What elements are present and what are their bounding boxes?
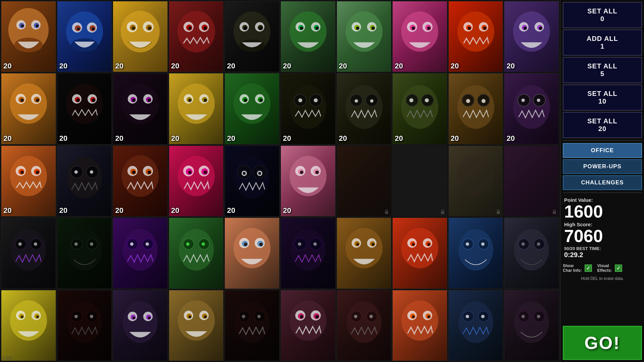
char-cell-12[interactable]: 20 (57, 73, 112, 144)
char-cell-11[interactable]: 20 (1, 73, 56, 144)
char-cell-28[interactable] (392, 145, 447, 217)
char-cell-18[interactable]: 20 (392, 73, 447, 144)
char-cell-24[interactable]: 20 (169, 145, 224, 217)
char-face-18 (393, 73, 447, 144)
challenges-label: CHALLENGES (581, 179, 624, 186)
office-tab-label: OFFICE (591, 147, 614, 154)
char-cell-8[interactable]: 20 (392, 1, 447, 72)
svg-point-288 (481, 315, 485, 318)
char-face-20 (504, 73, 559, 144)
svg-point-59 (457, 11, 494, 52)
svg-point-138 (20, 171, 24, 174)
set-all-5-button[interactable]: SET ALL 5 (563, 57, 642, 83)
set-all-20-button[interactable]: SET ALL 20 (563, 112, 642, 138)
svg-point-188 (123, 229, 158, 270)
char-cell-4[interactable]: 20 (169, 1, 224, 72)
char-cell-9[interactable]: 20 (448, 1, 503, 72)
char-number-5: 20 (227, 62, 235, 70)
char-cell-36[interactable] (281, 218, 336, 289)
svg-point-117 (370, 100, 373, 103)
char-cell-46[interactable] (281, 290, 336, 361)
char-cell-32[interactable] (57, 218, 112, 289)
char-cell-6[interactable]: 20 (281, 1, 336, 72)
office-tab-button[interactable]: OFFICE (563, 143, 642, 158)
svg-point-5 (21, 24, 24, 27)
char-cell-42[interactable] (57, 290, 112, 361)
char-cell-25[interactable]: 20 (225, 145, 280, 217)
char-cell-13[interactable]: 20 (113, 73, 168, 144)
svg-point-223 (428, 243, 430, 246)
char-face-15 (225, 73, 279, 144)
char-face-44 (169, 290, 224, 361)
char-number-11: 20 (3, 134, 11, 143)
char-cell-35[interactable] (225, 218, 280, 289)
char-cell-20[interactable]: 20 (504, 73, 559, 144)
svg-point-205 (291, 229, 326, 270)
char-cell-29[interactable] (448, 145, 503, 217)
char-cell-2[interactable]: 20 (57, 1, 112, 72)
char-cell-38[interactable] (392, 218, 447, 289)
char-number-13: 20 (115, 134, 123, 143)
main-layout: 20 20 (0, 0, 644, 362)
char-cell-16[interactable]: 20 (281, 73, 336, 144)
char-cell-27[interactable] (337, 145, 392, 217)
char-cell-39[interactable] (448, 218, 503, 289)
char-number-12: 20 (59, 134, 67, 143)
svg-point-21 (132, 26, 135, 30)
char-cell-33[interactable] (113, 218, 168, 289)
set-all-10-button[interactable]: SET ALL 10 (563, 84, 642, 111)
svg-point-264 (257, 315, 261, 318)
add-all-1-button[interactable]: ADD ALL 1 (563, 29, 642, 56)
char-cell-30[interactable] (504, 145, 559, 217)
svg-point-13 (77, 27, 80, 30)
svg-point-203 (244, 243, 247, 246)
char-cell-40[interactable] (504, 218, 559, 289)
char-cell-45[interactable] (225, 290, 280, 361)
char-cell-19[interactable]: 20 (448, 73, 503, 144)
char-cell-21[interactable]: 20 (1, 145, 56, 217)
char-face-39 (449, 218, 503, 288)
char-cell-3[interactable]: 20 (113, 1, 168, 72)
char-cell-44[interactable] (169, 290, 224, 361)
char-cell-17[interactable]: 20 (337, 73, 392, 144)
svg-point-239 (21, 315, 23, 318)
set-all-0-button[interactable]: SET ALL 0 (563, 2, 642, 28)
char-face-35 (225, 218, 279, 288)
char-cell-7[interactable]: 20 (337, 1, 392, 72)
show-char-info-checkbox[interactable] (585, 264, 592, 272)
char-cell-49[interactable] (448, 290, 503, 361)
svg-point-276 (369, 315, 373, 318)
go-button[interactable]: GO! (563, 326, 642, 360)
svg-point-43 (300, 26, 303, 30)
char-cell-41[interactable] (1, 290, 56, 361)
char-cell-10[interactable]: 20 (504, 1, 559, 72)
visual-effects-checkbox[interactable] (615, 264, 622, 272)
char-cell-1[interactable]: 20 (1, 1, 56, 72)
char-face-16 (281, 73, 335, 144)
char-cell-22[interactable]: 20 (57, 145, 112, 217)
char-cell-43[interactable] (113, 290, 168, 361)
char-cell-48[interactable] (392, 290, 447, 361)
best-time-value: 0:29.2 (564, 251, 641, 259)
char-cell-31[interactable] (1, 218, 56, 289)
challenges-button[interactable]: CHALLENGES (563, 175, 642, 190)
svg-point-44 (315, 26, 319, 30)
char-cell-23[interactable]: 20 (113, 145, 168, 217)
char-number-6: 20 (283, 62, 291, 70)
char-cell-26[interactable]: 20 (281, 145, 336, 217)
char-cell-14[interactable]: 20 (169, 73, 224, 144)
char-cell-15[interactable]: 20 (225, 73, 280, 144)
char-cell-34[interactable] (169, 218, 224, 289)
char-face-37 (337, 218, 391, 288)
svg-point-228 (481, 242, 485, 246)
char-cell-37[interactable] (337, 218, 392, 289)
char-face-47 (337, 290, 391, 361)
char-number-1: 20 (3, 62, 11, 70)
char-cell-50[interactable] (504, 290, 559, 361)
char-face-42 (57, 290, 112, 361)
set-all-5-label: SET ALL 5 (587, 62, 617, 77)
svg-point-292 (522, 315, 525, 318)
char-cell-5[interactable]: 20 (225, 1, 280, 72)
powerups-tab-button[interactable]: POWER-UPS (563, 159, 642, 174)
char-cell-47[interactable] (337, 290, 392, 361)
